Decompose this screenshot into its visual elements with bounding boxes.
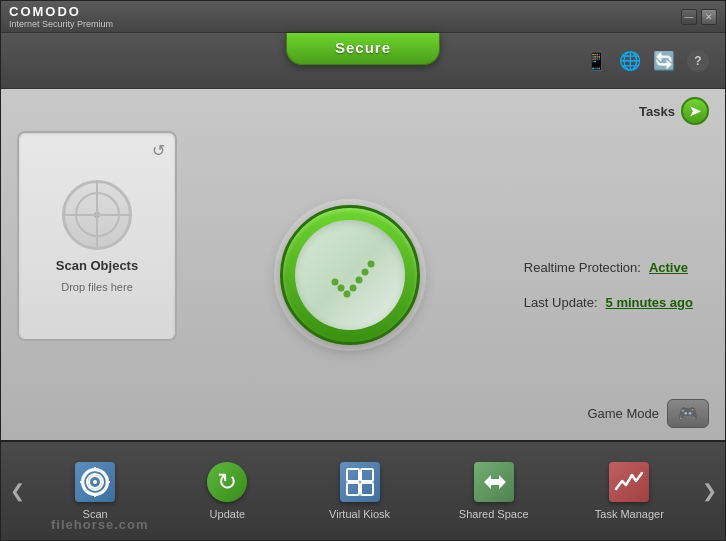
svg-rect-17: [361, 483, 373, 495]
gamepad-icon: 🎮: [678, 404, 698, 423]
secure-badge: Secure: [286, 33, 440, 65]
header: Secure 📱 🌐 🔄 ?: [1, 33, 725, 89]
svg-point-2: [344, 290, 351, 297]
brand-subtitle: Internet Security Premium: [9, 19, 113, 29]
scan-zone-title: Scan Objects: [56, 258, 138, 273]
realtime-row: Realtime Protection: Active: [524, 260, 693, 275]
svg-point-5: [362, 268, 369, 275]
info-panel: Realtime Protection: Active Last Update:…: [524, 101, 709, 428]
update-value[interactable]: 5 minutes ago: [606, 295, 693, 310]
taskbar: ❮ Scan: [1, 440, 725, 540]
scan-icon: [75, 462, 115, 502]
kiosk-label: Virtual Kiosk: [329, 508, 390, 520]
svg-point-0: [332, 278, 339, 285]
svg-rect-16: [347, 483, 359, 495]
refresh-icon: ↺: [152, 141, 165, 160]
scan-target-icon: [62, 180, 132, 250]
taskbar-item-kiosk[interactable]: Virtual Kiosk: [315, 454, 405, 528]
titlebar: COMODO Internet Security Premium — ✕: [1, 1, 725, 33]
checkmark-svg: [315, 240, 385, 310]
taskbar-left-arrow[interactable]: ❮: [5, 442, 29, 540]
taskmanager-label: Task Manager: [595, 508, 664, 520]
main-window: COMODO Internet Security Premium — ✕ Sec…: [0, 0, 726, 541]
titlebar-controls: — ✕: [681, 9, 717, 25]
kiosk-icon: [340, 462, 380, 502]
status-circle-outer: [280, 205, 420, 345]
taskbar-item-taskmanager[interactable]: Task Manager: [583, 454, 676, 528]
realtime-value[interactable]: Active: [649, 260, 688, 275]
user-icon[interactable]: 🌐: [619, 50, 641, 72]
taskbar-items: Scan ↻ Update Virtua: [29, 442, 697, 540]
svg-point-7: [83, 470, 107, 494]
taskbar-right-arrow[interactable]: ❯: [697, 442, 721, 540]
header-icons: 📱 🌐 🔄 ?: [585, 50, 709, 72]
taskbar-item-shared[interactable]: Shared Space: [447, 454, 541, 528]
status-circle-wrap: [197, 121, 504, 428]
main-inner: Tasks ➤ ↺ Scan Objects Drop files here: [1, 89, 725, 440]
help-icon[interactable]: ?: [687, 50, 709, 72]
titlebar-left: COMODO Internet Security Premium: [9, 4, 113, 29]
comodo-logo: COMODO Internet Security Premium: [9, 4, 113, 29]
status-circle-inner: [295, 220, 405, 330]
scan-label: Scan: [83, 508, 108, 520]
sync-icon[interactable]: 🔄: [653, 50, 675, 72]
shared-icon: [474, 462, 514, 502]
taskbar-item-scan[interactable]: Scan: [50, 454, 140, 528]
svg-point-3: [350, 284, 357, 291]
close-button[interactable]: ✕: [701, 9, 717, 25]
minimize-button[interactable]: —: [681, 9, 697, 25]
svg-point-4: [356, 276, 363, 283]
mobile-icon[interactable]: 📱: [585, 50, 607, 72]
taskmanager-icon: [609, 462, 649, 502]
realtime-label: Realtime Protection:: [524, 260, 641, 275]
tasks-label: Tasks: [639, 104, 675, 119]
update-icon: ↻: [207, 462, 247, 502]
game-mode-button[interactable]: 🎮: [667, 399, 709, 428]
svg-point-1: [338, 284, 345, 291]
update-label: Last Update:: [524, 295, 598, 310]
main-content: Tasks ➤ ↺ Scan Objects Drop files here: [1, 89, 725, 440]
svg-point-6: [368, 260, 375, 267]
scan-drop-zone[interactable]: ↺ Scan Objects Drop files here: [17, 131, 177, 341]
game-mode-label: Game Mode: [587, 406, 659, 421]
svg-rect-15: [361, 469, 373, 481]
svg-point-8: [89, 476, 101, 488]
taskbar-item-update[interactable]: ↻ Update: [182, 454, 272, 528]
svg-point-9: [93, 480, 97, 484]
shared-label: Shared Space: [459, 508, 529, 520]
tasks-button[interactable]: Tasks ➤: [639, 97, 709, 125]
update-label: Update: [210, 508, 245, 520]
svg-rect-14: [347, 469, 359, 481]
scan-zone-subtitle: Drop files here: [61, 281, 133, 293]
update-row: Last Update: 5 minutes ago: [524, 295, 693, 310]
tasks-arrow-icon: ➤: [681, 97, 709, 125]
brand-name: COMODO: [9, 4, 113, 19]
game-mode-row: Game Mode 🎮: [587, 399, 709, 428]
